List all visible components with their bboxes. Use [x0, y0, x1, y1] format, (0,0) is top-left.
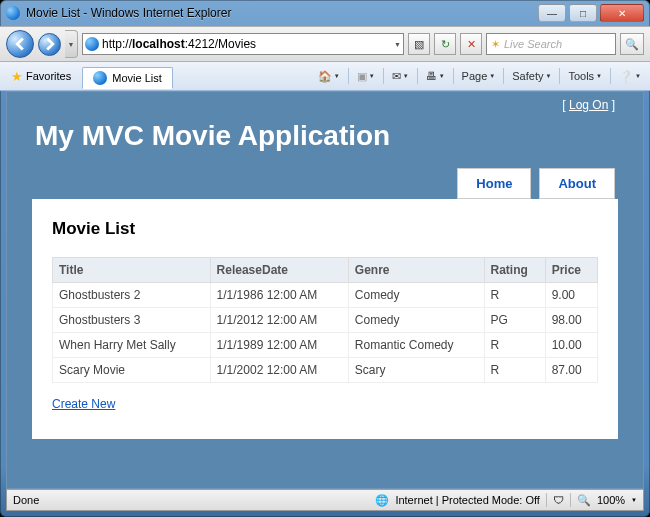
col-price: Price [545, 258, 597, 283]
cell-price: 10.00 [545, 333, 597, 358]
ie-favicon-icon [6, 6, 20, 20]
broken-page-icon: ▧ [414, 38, 424, 51]
command-bar: 🏠▼ ▣▼ ✉▼ 🖶▼ Page▼ Safety▼ Tools▼ ❔▼ [313, 65, 646, 87]
chevron-down-icon[interactable]: ▼ [631, 497, 637, 503]
chevron-down-icon: ▼ [635, 73, 641, 79]
address-bar[interactable]: http://localhost:4212/Movies ▼ [82, 33, 404, 55]
tab-title: Movie List [112, 72, 162, 84]
mail-icon: ✉ [392, 70, 401, 83]
tab-favicon-icon [93, 71, 107, 85]
chevron-down-icon[interactable]: ▼ [394, 41, 401, 48]
tools-menu-label: Tools [568, 70, 594, 82]
chevron-down-icon: ▼ [403, 73, 409, 79]
col-rating: Rating [484, 258, 545, 283]
tools-menu-button[interactable]: Tools▼ [563, 65, 607, 87]
url-host: localhost [132, 37, 185, 51]
help-button[interactable]: ❔▼ [614, 65, 646, 87]
home-icon-button[interactable]: 🏠▼ [313, 65, 345, 87]
page-menu-label: Page [462, 70, 488, 82]
cell-price: 98.00 [545, 308, 597, 333]
page-menu-button[interactable]: Page▼ [457, 65, 501, 87]
arrow-left-icon [13, 37, 27, 51]
close-button[interactable]: ✕ [600, 4, 644, 22]
col-releasedate: ReleaseDate [210, 258, 348, 283]
cell-releaseDate: 1/1/1986 12:00 AM [210, 283, 348, 308]
separator [503, 68, 504, 84]
status-bar: Done 🌐 Internet | Protected Mode: Off 🛡 … [6, 489, 644, 511]
separator [453, 68, 454, 84]
col-title: Title [53, 258, 211, 283]
cell-rating: PG [484, 308, 545, 333]
cell-genre: Romantic Comedy [348, 333, 484, 358]
zoom-level[interactable]: 100% [597, 494, 625, 506]
window-controls: — □ ✕ [538, 4, 644, 22]
print-icon: 🖶 [426, 70, 437, 82]
separator [546, 493, 547, 507]
table-row: Scary Movie1/1/2002 12:00 AMScaryR87.00 [53, 358, 598, 383]
table-row: Ghostbusters 31/1/2012 12:00 AMComedyPG9… [53, 308, 598, 333]
nav-history-dropdown[interactable]: ▼ [65, 30, 78, 58]
feeds-button[interactable]: ▣▼ [352, 65, 380, 87]
menu-about-button[interactable]: About [539, 168, 615, 199]
chevron-down-icon: ▼ [489, 73, 495, 79]
favorites-button[interactable]: ★ Favorites [4, 66, 78, 87]
table-row: When Harry Met Sally1/1/1989 12:00 AMRom… [53, 333, 598, 358]
maximize-button[interactable]: □ [569, 4, 597, 22]
logon-row: [ Log On ] [7, 92, 643, 112]
rss-icon: ▣ [357, 70, 367, 83]
globe-icon: 🌐 [375, 494, 389, 507]
menu-home-button[interactable]: Home [457, 168, 531, 199]
cell-rating: R [484, 283, 545, 308]
main-menu: Home About [7, 168, 643, 199]
arrow-right-icon [43, 37, 57, 51]
page-body: [ Log On ] My MVC Movie Application Home… [7, 92, 643, 488]
favorites-label: Favorites [26, 70, 71, 82]
search-go-button[interactable]: 🔍 [620, 33, 644, 55]
create-new-link[interactable]: Create New [52, 397, 115, 411]
stop-button[interactable]: ✕ [460, 33, 482, 55]
url-text: http://localhost:4212/Movies [102, 37, 391, 51]
cell-price: 87.00 [545, 358, 597, 383]
refresh-icon: ↻ [441, 38, 450, 51]
cell-releaseDate: 1/1/1989 12:00 AM [210, 333, 348, 358]
nav-toolbar: ▼ http://localhost:4212/Movies ▼ ▧ ↻ ✕ ✶… [0, 26, 650, 62]
browser-tab[interactable]: Movie List [82, 67, 173, 89]
refresh-button[interactable]: ↻ [434, 33, 456, 55]
url-path: :4212/Movies [185, 37, 256, 51]
zoom-icon: 🔍 [577, 494, 591, 507]
cell-rating: R [484, 358, 545, 383]
page-title: My MVC Movie Application [7, 112, 643, 168]
forward-button[interactable] [38, 33, 61, 56]
home-icon: 🏠 [318, 70, 332, 83]
mail-button[interactable]: ✉▼ [387, 65, 414, 87]
col-genre: Genre [348, 258, 484, 283]
stop-icon: ✕ [467, 38, 476, 51]
search-input[interactable]: ✶ Live Search [486, 33, 616, 55]
safety-menu-button[interactable]: Safety▼ [507, 65, 556, 87]
back-button[interactable] [6, 30, 34, 58]
browser-window: Movie List - Windows Internet Explorer —… [0, 0, 650, 517]
cell-genre: Comedy [348, 308, 484, 333]
protected-mode-icon: 🛡 [553, 494, 564, 506]
logon-link[interactable]: Log On [569, 98, 608, 112]
viewport: [ Log On ] My MVC Movie Application Home… [6, 91, 644, 489]
search-placeholder: Live Search [504, 38, 562, 50]
compat-view-button[interactable]: ▧ [408, 33, 430, 55]
chevron-down-icon: ▼ [545, 73, 551, 79]
minimize-button[interactable]: — [538, 4, 566, 22]
status-text: Done [13, 494, 39, 506]
print-button[interactable]: 🖶▼ [421, 65, 450, 87]
separator [610, 68, 611, 84]
chevron-down-icon: ▼ [334, 73, 340, 79]
cell-price: 9.00 [545, 283, 597, 308]
cell-title: When Harry Met Sally [53, 333, 211, 358]
cell-rating: R [484, 333, 545, 358]
search-icon: ✶ [491, 38, 500, 51]
table-header-row: Title ReleaseDate Genre Rating Price [53, 258, 598, 283]
chevron-down-icon: ▼ [369, 73, 375, 79]
separator [570, 493, 571, 507]
window-title: Movie List - Windows Internet Explorer [26, 6, 538, 20]
separator [383, 68, 384, 84]
command-toolbar: ★ Favorites Movie List 🏠▼ ▣▼ ✉▼ 🖶▼ Page▼… [0, 62, 650, 91]
cell-genre: Comedy [348, 283, 484, 308]
